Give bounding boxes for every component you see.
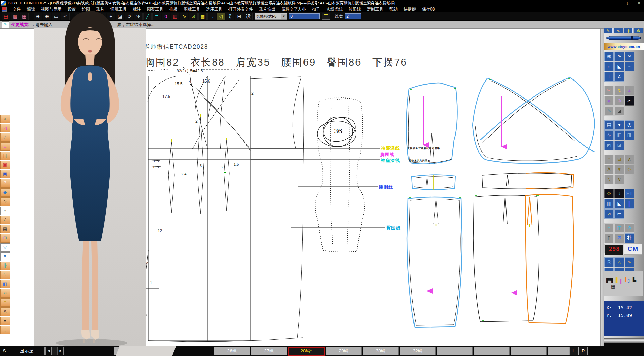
patch-tool[interactable]: ◆ bbox=[604, 96, 614, 106]
scroll-right-icon[interactable]: ▶ bbox=[58, 347, 64, 355]
menu-item[interactable]: 视图与显示 bbox=[38, 6, 65, 12]
scissors-tool[interactable]: ✂ bbox=[604, 86, 614, 95]
open-folder-icon[interactable]: ▧ bbox=[11, 13, 19, 20]
iron-tool[interactable]: ⌂ bbox=[604, 223, 614, 233]
fit-screen-icon[interactable]: ▭ bbox=[52, 13, 60, 20]
curve-line-icon[interactable]: ◁ bbox=[0, 124, 10, 132]
panel-tool[interactable]: ▥ bbox=[604, 199, 614, 209]
calc-display-icon[interactable]: ▦ bbox=[0, 225, 10, 233]
menu-item[interactable]: 图标工具 bbox=[181, 6, 203, 12]
et-measure-tool[interactable]: ET bbox=[625, 189, 634, 198]
mirror-icon[interactable]: ◪ bbox=[116, 13, 124, 20]
pen-tool-icon[interactable]: ✎ bbox=[604, 28, 613, 33]
menu-item[interactable]: 定制工具 bbox=[364, 6, 386, 12]
dotted-dart-tool[interactable]: ║ bbox=[625, 199, 634, 209]
menu-item[interactable]: 快捷键 bbox=[401, 6, 419, 12]
notch-corner-tool[interactable]: ◢ bbox=[614, 106, 624, 116]
menu-item[interactable]: 裁片输出 bbox=[256, 6, 278, 12]
dark-scissors-tool[interactable]: ✂ bbox=[625, 96, 634, 106]
menu-item[interactable]: 推板 bbox=[166, 6, 181, 12]
unit-toggle[interactable]: CM bbox=[624, 244, 642, 255]
curve-hook-tool[interactable]: ∿ bbox=[614, 52, 624, 61]
save-icon[interactable]: ▦ bbox=[20, 13, 29, 20]
loop-tool[interactable]: ∩ bbox=[604, 62, 614, 71]
settings-glyph-icon[interactable]: 设 bbox=[244, 13, 253, 20]
split-oval-tool[interactable]: ⊘ bbox=[625, 223, 634, 233]
pattern-thumbnail[interactable]: ▛▜ ▌ ║ ▐ ▯ ▙ ▦ ▭ bbox=[604, 271, 643, 296]
add-point-icon[interactable]: + bbox=[107, 13, 115, 20]
rect-red-icon[interactable]: ▣ bbox=[0, 161, 10, 169]
color-blocks-icon[interactable]: ▩ bbox=[198, 13, 207, 20]
dart-fill-icon[interactable]: ▼ bbox=[0, 252, 10, 261]
menu-item[interactable]: 波浪线 bbox=[346, 6, 364, 12]
crown-piece-tool[interactable]: ▲ bbox=[625, 86, 634, 95]
panel-tool[interactable] bbox=[604, 151, 644, 155]
menu-item[interactable]: 帮助 bbox=[386, 6, 401, 12]
menu-item[interactable]: 文件 bbox=[10, 6, 24, 12]
toolbar-icon[interactable] bbox=[30, 13, 32, 19]
sewing-machine-tool[interactable]: ▤ bbox=[604, 120, 614, 130]
list-lines-icon[interactable]: ≡ bbox=[0, 317, 10, 325]
point-line-icon[interactable]: ╱ bbox=[0, 133, 10, 142]
menu-item[interactable]: 绘图 bbox=[79, 6, 93, 12]
layer-lines-icon[interactable]: ≡ bbox=[0, 298, 10, 307]
panel-tool[interactable] bbox=[604, 219, 644, 223]
menu-item[interactable]: 打开外发文件 bbox=[225, 6, 256, 12]
all-sizes-button[interactable]: 全 bbox=[114, 347, 143, 355]
menu-item[interactable]: 标注 bbox=[130, 6, 144, 12]
close-button[interactable]: × bbox=[634, 0, 644, 6]
zipper-tool[interactable]: ▼ bbox=[614, 120, 624, 130]
curve-paint-icon[interactable]: ◖ bbox=[0, 115, 10, 123]
more-dots-icon[interactable]: ⋮ bbox=[0, 326, 10, 334]
flash-cut-tool[interactable]: ↯ bbox=[614, 86, 624, 95]
text-a-icon[interactable]: A bbox=[0, 307, 10, 316]
ratio-divide-icon[interactable]: |:| bbox=[0, 152, 10, 160]
menu-item[interactable]: 保存08 bbox=[419, 6, 438, 12]
maximize-button[interactable]: ▢ bbox=[624, 0, 634, 6]
text-tool-icon[interactable]: ⊥ bbox=[97, 13, 106, 20]
toolbar-icon[interactable] bbox=[71, 13, 73, 19]
skirt-piece-tool-2[interactable]: ◨ bbox=[625, 130, 634, 140]
hatch-fill-icon[interactable]: ▨ bbox=[171, 13, 179, 20]
notch-tool-icon[interactable]: ◁ bbox=[217, 13, 225, 20]
parallel-lines-icon[interactable]: = bbox=[152, 13, 161, 20]
join-arrow-icon[interactable]: → bbox=[207, 13, 216, 20]
move-tool-icon[interactable]: ╋ bbox=[84, 13, 92, 20]
triangle-scale-tool[interactable]: △ bbox=[614, 257, 624, 267]
pleat-tool[interactable]: Ξ bbox=[625, 62, 634, 71]
fold-line-tool[interactable]: ╲ bbox=[604, 175, 614, 184]
seam-measure-icon[interactable]: ∿ bbox=[0, 197, 10, 206]
new-file-icon[interactable]: ▤ bbox=[2, 13, 10, 20]
snap-button-tool[interactable]: ◉ bbox=[604, 52, 614, 61]
box-piece-tool[interactable]: ▭ bbox=[614, 209, 624, 219]
zoom-in-icon[interactable]: ⊕ bbox=[43, 13, 51, 20]
size-tab[interactable] bbox=[511, 347, 547, 355]
minimize-button[interactable]: ─ bbox=[613, 0, 624, 6]
angle-line-icon[interactable]: ╱ bbox=[143, 13, 152, 20]
spiral-tool[interactable]: ◎ bbox=[625, 120, 634, 130]
dye-brush-tool[interactable]: ⊙ bbox=[604, 189, 614, 198]
skirt-piece-tool-1[interactable]: ◧ bbox=[614, 130, 624, 140]
help-box-icon[interactable]: ? bbox=[0, 179, 10, 188]
export-piece-tool[interactable]: ↓ bbox=[614, 189, 624, 198]
panel-tool[interactable] bbox=[604, 185, 644, 189]
menu-item[interactable]: 编辑 bbox=[24, 6, 38, 12]
size-tab[interactable] bbox=[474, 347, 510, 355]
menu-item[interactable]: 属性文字大小 bbox=[278, 6, 309, 12]
menu-item[interactable]: 扣子 bbox=[309, 6, 323, 12]
website-link[interactable]: www.etsystem.cn bbox=[608, 44, 640, 49]
wing-dart-tool[interactable]: Λ bbox=[604, 165, 614, 174]
menu-item[interactable]: 实线虚线 bbox=[323, 6, 346, 12]
slash-measure-icon[interactable]: ∕ bbox=[0, 216, 10, 224]
pleat-pin-icon[interactable]: ╟ bbox=[0, 262, 10, 270]
menu-item[interactable]: 裁片 bbox=[93, 6, 107, 12]
vertical-scrollbar[interactable] bbox=[600, 28, 604, 346]
park-glyph-tool[interactable]: 朴 bbox=[625, 233, 634, 243]
panel-tool[interactable] bbox=[604, 82, 644, 86]
angle-tool[interactable]: ∠ bbox=[614, 72, 624, 82]
size-tab[interactable]: 26码 bbox=[214, 347, 250, 355]
rotate-icon[interactable]: ↺ bbox=[125, 13, 133, 20]
curve-tool-icon[interactable]: ∿ bbox=[614, 28, 623, 33]
measure-icon[interactable]: ⊿ bbox=[189, 13, 198, 20]
hem-curve-tool[interactable]: ∿ bbox=[604, 130, 614, 140]
